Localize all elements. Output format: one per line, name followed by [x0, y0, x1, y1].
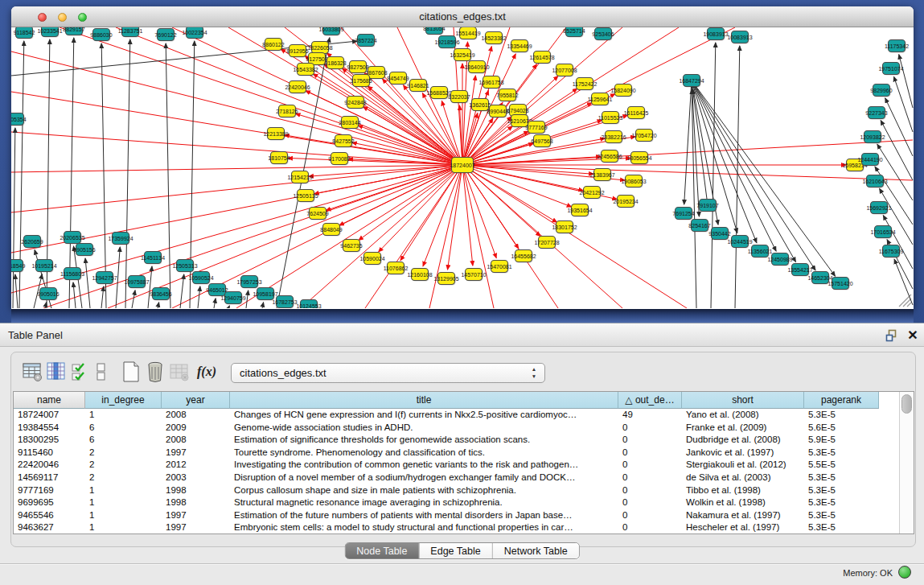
- graph-node[interactable]: 11015523: [598, 112, 623, 125]
- function-builder-icon[interactable]: f(x): [196, 360, 217, 383]
- float-panel-icon[interactable]: [885, 329, 898, 342]
- graph-node[interactable]: 8905354: [11, 113, 27, 126]
- graph-node[interactable]: 9118542: [14, 27, 35, 39]
- graph-node[interactable]: 16033809: [318, 27, 343, 36]
- graph-node[interactable]: 17207728: [534, 237, 559, 249]
- graph-node[interactable]: 10590024: [359, 253, 384, 266]
- select-all-columns-icon[interactable]: [71, 360, 92, 383]
- graph-node[interactable]: 12077008: [552, 64, 577, 77]
- graph-node[interactable]: 9253406: [592, 28, 614, 41]
- graph-node[interactable]: 8860122: [262, 39, 284, 51]
- tab-network-table[interactable]: Network Table: [493, 543, 579, 558]
- graph-node[interactable]: 15824090: [610, 84, 635, 97]
- network-canvas[interactable]: 1872400788601228912955182260589127508165…: [11, 27, 914, 308]
- graph-node[interactable]: 2718126: [276, 105, 298, 118]
- graph-node[interactable]: 3175685: [350, 75, 372, 88]
- graph-node[interactable]: 15470081: [487, 261, 511, 274]
- graph-node[interactable]: 9170087: [328, 153, 350, 166]
- graph-node[interactable]: 12154219: [287, 171, 312, 184]
- graph-node[interactable]: 1810754: [268, 152, 290, 165]
- memory-status-indicator[interactable]: [898, 566, 911, 579]
- graph-node[interactable]: 8427552: [332, 135, 354, 148]
- graph-node[interactable]: 8322037: [448, 91, 470, 104]
- graph-node[interactable]: 5905156: [73, 244, 95, 257]
- graph-node[interactable]: 17054720: [631, 130, 656, 142]
- graph-node[interactable]: 10590524: [188, 272, 213, 285]
- close-panel-icon[interactable]: ✕: [906, 327, 920, 344]
- graph-node[interactable]: 15692921: [866, 202, 891, 215]
- graph-node[interactable]: 21383967: [589, 169, 614, 182]
- graph-node[interactable]: 10195214: [31, 260, 56, 273]
- graph-node[interactable]: 10244519: [727, 236, 752, 249]
- graph-node[interactable]: 9829960: [870, 84, 892, 97]
- graph-node[interactable]: 18301752: [552, 221, 577, 234]
- graph-node[interactable]: 11752422: [573, 78, 598, 91]
- graph-node[interactable]: 11076862: [384, 262, 409, 275]
- graph-node[interactable]: 7857224: [355, 35, 376, 47]
- graph-node[interactable]: 11675309: [879, 245, 904, 258]
- graph-node[interactable]: 8186328: [324, 57, 346, 70]
- graph-node[interactable]: 16116425: [624, 107, 649, 120]
- graph-node[interactable]: 17359924: [108, 233, 133, 245]
- graph-node[interactable]: 8813054: [423, 27, 445, 35]
- scrollbar-thumb[interactable]: [901, 394, 912, 414]
- column-header-short[interactable]: short: [682, 392, 804, 409]
- column-header-name[interactable]: name: [14, 392, 85, 409]
- column-header-title[interactable]: title: [230, 392, 618, 409]
- table-row[interactable]: 969969511998Structural magnetic resonanc…: [14, 496, 914, 509]
- graph-node[interactable]: 16847294: [679, 75, 704, 88]
- table-row[interactable]: 1830029562008Estimation of significance …: [14, 434, 914, 447]
- table-row[interactable]: 946362711997Embryonic stem cells: a mode…: [14, 521, 914, 534]
- graph-node[interactable]: 12505313: [172, 260, 197, 273]
- column-header-year[interactable]: year: [162, 392, 230, 409]
- table-row[interactable]: 1872400712008Changes of HCN gene express…: [14, 409, 914, 422]
- graph-node[interactable]: 14523382: [481, 32, 506, 45]
- graph-node[interactable]: 13354469: [507, 40, 532, 53]
- graph-node[interactable]: 19086053: [621, 175, 646, 188]
- graph-node[interactable]: 16961758: [478, 76, 503, 89]
- graph-node[interactable]: 8454749: [387, 72, 409, 85]
- graph-node[interactable]: 12093822: [860, 131, 885, 144]
- graph-node[interactable]: 12160108: [407, 269, 432, 282]
- graph-node[interactable]: 15514419: [455, 27, 480, 40]
- table-mode-icon[interactable]: [23, 360, 43, 383]
- graph-node[interactable]: 22456586: [597, 150, 622, 163]
- delete-columns-icon[interactable]: [145, 360, 166, 383]
- graph-node[interactable]: 9118549: [11, 260, 25, 273]
- vertical-scrollbar[interactable]: [899, 392, 914, 534]
- graph-node[interactable]: 19351654: [567, 204, 592, 217]
- table-row[interactable]: 1456911722003Disruption of a novel membe…: [14, 472, 914, 484]
- graph-node[interactable]: 11175342: [885, 40, 909, 53]
- graph-node[interactable]: 7919107: [696, 200, 718, 212]
- graph-node[interactable]: 9462735: [340, 240, 362, 253]
- graph-node[interactable]: 19083913: [703, 28, 728, 41]
- graph-node[interactable]: 8525714: [563, 27, 585, 38]
- table-selector-dropdown[interactable]: citations_edges.txt ▲▼: [231, 363, 545, 383]
- show-columns-icon[interactable]: [46, 360, 67, 383]
- graph-node[interactable]: 19218596: [434, 36, 459, 49]
- graph-node[interactable]: 14570710: [461, 269, 486, 282]
- graph-node[interactable]: 17957253: [236, 276, 261, 289]
- graph-node[interactable]: 16455682: [511, 250, 536, 263]
- graph-node[interactable]: 7691254: [672, 208, 694, 220]
- tab-edge-table[interactable]: Edge Table: [419, 543, 492, 558]
- graph-node[interactable]: 11156803: [60, 268, 84, 281]
- graph-node[interactable]: 12213389: [263, 128, 288, 141]
- graph-node[interactable]: 19751074: [878, 63, 903, 76]
- graph-node[interactable]: 16782753: [272, 296, 297, 309]
- column-header-in_degree[interactable]: in_degree: [85, 392, 162, 409]
- graph-node[interactable]: 9886030: [90, 29, 112, 42]
- graph-node[interactable]: 18724007: [450, 158, 474, 174]
- graph-node[interactable]: 7624509: [306, 208, 328, 220]
- column-header-out_de[interactable]: △ out_de…: [618, 392, 682, 409]
- create-column-icon[interactable]: [121, 360, 142, 383]
- graph-node[interactable]: 18056554: [626, 152, 651, 165]
- graph-node[interactable]: 12450989: [767, 253, 792, 266]
- graph-node[interactable]: 9905016: [37, 288, 59, 301]
- graph-node[interactable]: 2620659: [21, 236, 43, 249]
- graph-node[interactable]: 18640910: [464, 61, 489, 74]
- graph-node[interactable]: 9242848: [344, 97, 366, 109]
- graph-node[interactable]: 7955812: [496, 89, 518, 102]
- graph-node[interactable]: 7690122: [154, 29, 176, 42]
- graph-node[interactable]: 10083913: [727, 31, 752, 44]
